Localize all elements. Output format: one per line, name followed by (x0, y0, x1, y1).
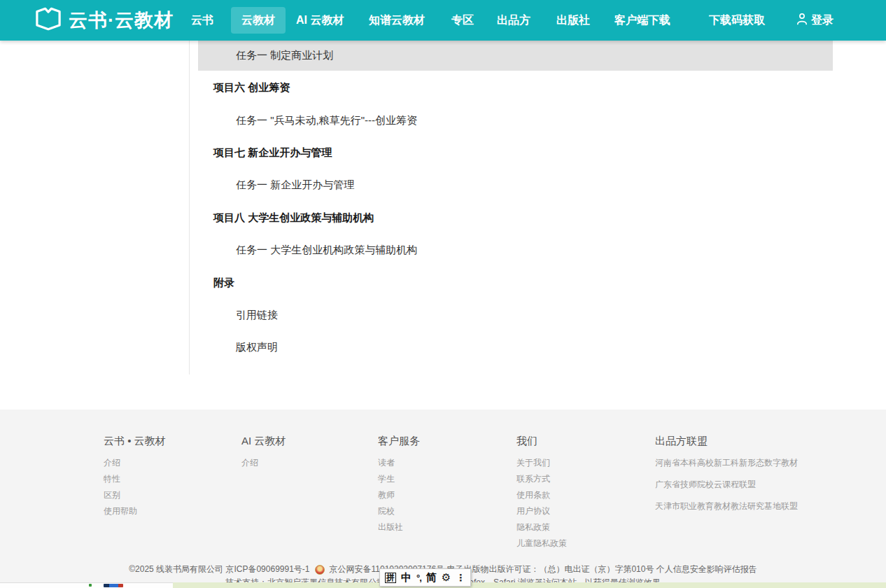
nav-item-download-code[interactable]: 下载码获取 (709, 0, 765, 41)
bottom-strip-white (0, 582, 173, 588)
footer-col-title: 客户服务 (378, 435, 420, 448)
footer-link[interactable]: 读者 (378, 457, 395, 469)
footer-link[interactable]: 联系方式 (516, 473, 550, 485)
nav-item-client-download[interactable]: 客户端下载 (614, 0, 670, 41)
site-logo[interactable]: 云书·云教材 (34, 0, 174, 41)
login-button[interactable]: 登录 (796, 0, 834, 41)
logo-text: 云书·云教材 (69, 8, 174, 33)
top-navbar: 云书·云教材 云书 云教材 AI 云教材 知谱云教材 专区 出品方 出版社 客户… (0, 0, 886, 41)
footer-link[interactable]: 用户协议 (516, 505, 550, 517)
nav-item-chupinfang[interactable]: 出品方 (497, 0, 530, 41)
toc-chapter-8[interactable]: 项目八 大学生创业政策与辅助机构 (213, 211, 374, 225)
toc-copyright-notice[interactable]: 版权声明 (236, 341, 278, 354)
footer-link[interactable]: 河南省本科高校新工科新形态数字教材 (655, 457, 798, 469)
ime-punct-icon[interactable]: °, (416, 573, 421, 583)
footer-link[interactable]: 广东省技师院校云课程联盟 (655, 479, 756, 491)
ime-pinyin-icon[interactable]: 拼 (385, 573, 396, 583)
footer-link[interactable]: 隐私政策 (516, 522, 550, 533)
toc-task[interactable]: 任务一 "兵马未动,粮草先行"---创业筹资 (236, 114, 417, 127)
tiny-green-icon (89, 584, 92, 587)
ime-charset-icon[interactable]: 简 (426, 571, 437, 584)
nav-item-yunshu[interactable]: 云书 (191, 0, 213, 41)
toc-chapter-6[interactable]: 项目六 创业筹资 (213, 81, 290, 94)
copyright-text: ©2025 线装书局有限公司 京ICP备09069991号-1 (129, 564, 309, 575)
page-footer: 云书 • 云教材 介绍 特性 区别 使用帮助 AI 云教材 介绍 客户服务 读者… (0, 410, 886, 588)
toc-task[interactable]: 任务一 大学生创业机构政策与辅助机构 (236, 244, 417, 257)
user-icon (796, 13, 808, 28)
footer-link[interactable]: 区别 (104, 489, 120, 501)
footer-link[interactable]: 介绍 (241, 457, 258, 469)
ime-more-icon[interactable]: ⋮ (456, 572, 465, 583)
nav-item-zhuanqu[interactable]: 专区 (451, 0, 474, 41)
footer-link[interactable]: 使用条款 (516, 489, 550, 501)
tiny-favicon-icon (104, 584, 123, 587)
toc-panel: 任务一 制定商业计划 项目六 创业筹资 任务一 "兵马未动,粮草先行"---创业… (0, 41, 886, 410)
toc-task[interactable]: 任务一 新企业开办与管理 (236, 178, 354, 192)
footer-col-title: 出品方联盟 (655, 435, 708, 448)
ime-settings-icon[interactable]: ⚙ (442, 571, 451, 584)
footer-link[interactable]: 院校 (378, 505, 395, 517)
toc-appendix[interactable]: 附录 (213, 276, 234, 290)
toc-left-divider (189, 41, 190, 374)
footer-col-title: AI 云教材 (241, 435, 286, 448)
police-badge-icon (315, 565, 325, 575)
nav-item-yunjiaocai-active[interactable]: 云教材 (231, 7, 286, 34)
login-label: 登录 (811, 13, 834, 28)
nav-item-zhipu-yunjiaocai[interactable]: 知谱云教材 (369, 0, 425, 41)
toc-item-selected[interactable]: 任务一 制定商业计划 (198, 41, 833, 71)
toc-citations[interactable]: 引用链接 (236, 309, 278, 322)
footer-link[interactable]: 出版社 (378, 522, 403, 533)
footer-col-title: 我们 (516, 435, 537, 448)
footer-link[interactable]: 关于我们 (516, 457, 550, 469)
footer-link[interactable]: 介绍 (104, 457, 120, 469)
footer-link[interactable]: 天津市职业教育教材教法研究基地联盟 (655, 500, 798, 512)
footer-link[interactable]: 特性 (104, 473, 120, 485)
footer-link[interactable]: 儿童隐私政策 (516, 538, 567, 550)
footer-col-title: 云书 • 云教材 (104, 435, 166, 448)
footer-link[interactable]: 教师 (378, 489, 395, 501)
bottom-strip-green (173, 582, 886, 588)
footer-link[interactable]: 学生 (378, 473, 395, 485)
ime-mode-icon[interactable]: 中 (401, 571, 412, 584)
page: 云书·云教材 云书 云教材 AI 云教材 知谱云教材 专区 出品方 出版社 客户… (0, 0, 886, 588)
logo-book-icon (34, 6, 63, 34)
nav-item-chubanshe[interactable]: 出版社 (556, 0, 590, 41)
toc-item-label: 任务一 制定商业计划 (236, 49, 333, 62)
ime-status-bar[interactable]: 拼 中 °, 简 ⚙ ⋮ (379, 568, 471, 587)
footer-link[interactable]: 使用帮助 (104, 505, 137, 517)
toc-chapter-7[interactable]: 项目七 新企业开办与管理 (213, 146, 332, 160)
nav-item-ai-yunjiaocai[interactable]: AI 云教材 (296, 0, 344, 41)
